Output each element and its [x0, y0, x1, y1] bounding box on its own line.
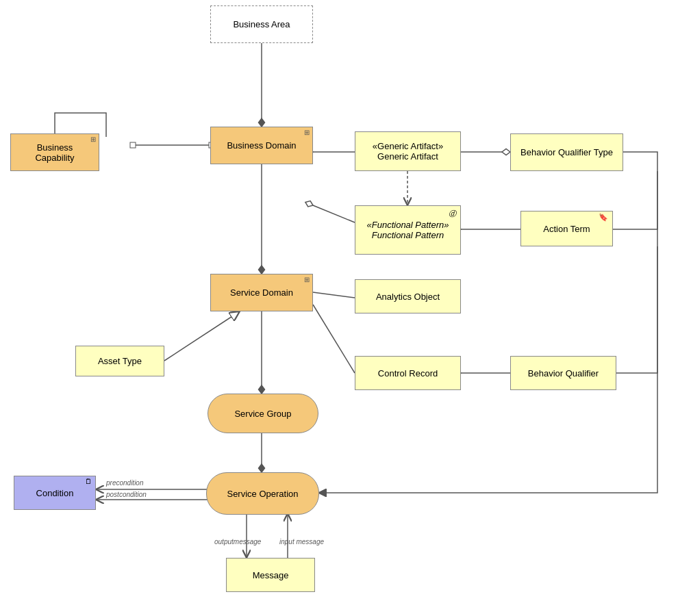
control-record-label: Control Record [378, 368, 438, 378]
behavior-qualifier-type-node: Behavior Qualifier Type [510, 133, 623, 171]
functional-pattern-node: ⓓ «Functional Pattern» Functional Patter… [355, 205, 461, 255]
behavior-qualifier-label: Behavior Qualifier [528, 368, 599, 378]
functional-pattern-label: «Functional Pattern» Functional Pattern [362, 220, 453, 240]
svg-line-16 [313, 305, 355, 373]
grid-icon: ⊞ [304, 129, 310, 136]
connections-layer [0, 0, 691, 616]
service-operation-label: Service Operation [227, 489, 298, 499]
control-record-node: Control Record [355, 356, 461, 390]
condition-label: Condition [36, 488, 74, 498]
business-capability-label: Business Capability [18, 142, 92, 163]
asset-type-node: Asset Type [75, 346, 164, 376]
analytics-object-label: Analytics Object [376, 292, 440, 302]
svg-line-12 [313, 205, 355, 222]
grid-icon-sd: ⊞ [304, 276, 310, 283]
business-domain-label: Business Domain [227, 140, 296, 151]
business-capability-node: ⊞ Business Capability [10, 133, 99, 171]
service-domain-label: Service Domain [230, 287, 293, 298]
outputmessage-label: outputmessage [214, 538, 261, 546]
business-area-label: Business Area [233, 19, 290, 29]
action-term-label: Action Term [543, 224, 590, 234]
fp-icon: ⓓ [449, 209, 456, 219]
message-label: Message [253, 570, 289, 580]
inputmessage-label: input message [279, 538, 324, 546]
business-domain-node: ⊞ Business Domain [210, 127, 313, 164]
svg-line-18 [164, 311, 240, 361]
business-area-node: Business Area [210, 5, 313, 43]
note-icon: 🗒 [85, 478, 92, 485]
generic-artifact-node: «Generic Artifact» Generic Artifact [355, 131, 461, 171]
message-node: Message [226, 558, 315, 592]
bookmark-icon: 🔖 [599, 213, 608, 222]
service-group-node: Service Group [208, 394, 318, 433]
condition-node: 🗒 Condition [14, 476, 96, 510]
postcondition-label: postcondition [106, 491, 147, 498]
generic-artifact-label: «Generic Artifact» Generic Artifact [362, 141, 453, 162]
action-term-node: 🔖 Action Term [520, 211, 613, 246]
service-group-label: Service Group [234, 409, 291, 419]
svg-rect-7 [130, 142, 136, 148]
behavior-qualifier-node: Behavior Qualifier [510, 356, 616, 390]
precondition-label: precondition [106, 479, 143, 487]
service-operation-node: Service Operation [206, 472, 319, 515]
asset-type-label: Asset Type [98, 356, 142, 366]
analytics-object-node: Analytics Object [355, 279, 461, 313]
bqt-label: Behavior Qualifier Type [520, 147, 613, 157]
svg-line-15 [313, 292, 355, 298]
service-domain-node: ⊞ Service Domain [210, 274, 313, 311]
grid-icon-bc: ⊞ [90, 136, 96, 143]
diagram-canvas: Business Area ⊞ Business Domain ⊞ Busine… [0, 0, 691, 616]
